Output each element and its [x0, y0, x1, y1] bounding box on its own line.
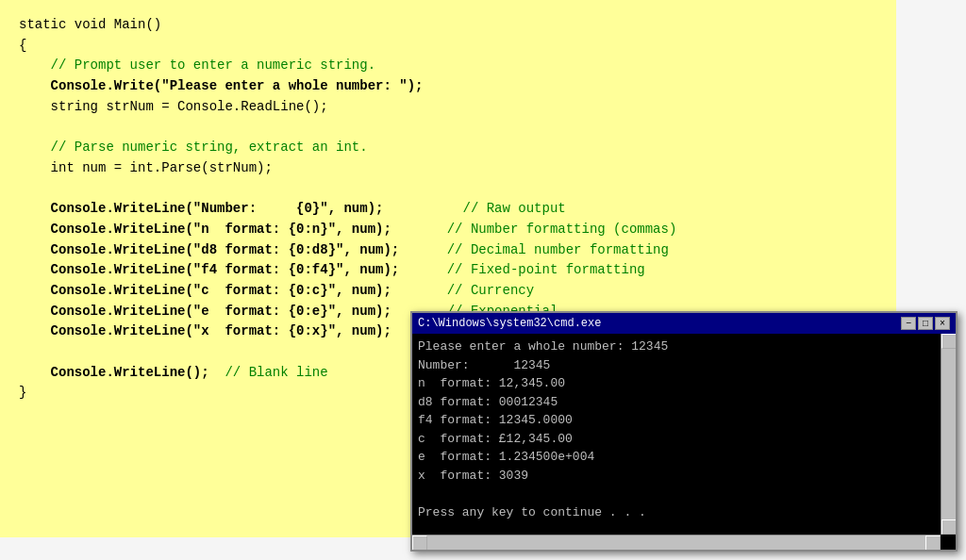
cmd-body: Please enter a whole number: 12345 Numbe…: [412, 334, 956, 550]
cmd-title-text: C:\Windows\system32\cmd.exe: [418, 317, 601, 330]
cmd-output-line: Number: 12345: [418, 356, 931, 375]
cmd-output-line: n format: 12,345.00: [418, 374, 931, 393]
close-button[interactable]: ×: [935, 317, 950, 330]
code-line: {: [19, 36, 877, 57]
cmd-scrollbar-right[interactable]: ▲ ▼: [941, 334, 956, 535]
scroll-left-arrow[interactable]: ◀: [412, 535, 427, 550]
cmd-titlebar: C:\Windows\system32\cmd.exe − □ ×: [412, 313, 956, 334]
cmd-output-line: d8 format: 00012345: [418, 393, 931, 412]
scroll-up-arrow[interactable]: ▲: [941, 334, 956, 349]
cmd-scrollbar-bottom[interactable]: ◀ ▶: [412, 535, 941, 550]
cmd-output-line: Press any key to continue . . .: [418, 503, 931, 522]
cmd-output: Please enter a whole number: 12345 Numbe…: [418, 338, 950, 521]
cmd-output-line: [418, 485, 931, 503]
code-line: [19, 117, 877, 138]
cmd-output-line: Please enter a whole number: 12345: [418, 338, 931, 356]
restore-button[interactable]: □: [918, 317, 933, 330]
code-line: // Prompt user to enter a numeric string…: [19, 56, 877, 76]
code-line: static void Main(): [19, 15, 877, 36]
cmd-output-line: e format: 1.234500e+004: [418, 448, 931, 467]
scroll-right-arrow[interactable]: ▶: [925, 535, 941, 550]
code-line: int num = int.Parse(strNum);: [19, 158, 877, 179]
code-line: Console.WriteLine("c format: {0:c}", num…: [19, 281, 877, 302]
code-line: string strNum = Console.ReadLine();: [19, 97, 877, 118]
cmd-output-line: f4 format: 12345.0000: [418, 411, 931, 430]
cmd-title-buttons: − □ ×: [901, 317, 950, 330]
cmd-output-line: x format: 3039: [418, 467, 931, 486]
code-line: [19, 179, 877, 200]
code-line: Console.WriteLine("f4 format: {0:f4}", n…: [19, 260, 877, 281]
code-line: Console.Write("Please enter a whole numb…: [19, 76, 877, 97]
cmd-output-line: c format: £12,345.00: [418, 430, 931, 449]
minimize-button[interactable]: −: [901, 317, 916, 330]
code-line: Console.WriteLine("Number: {0}", num); /…: [19, 199, 877, 220]
code-line: Console.WriteLine("d8 format: {0:d8}", n…: [19, 240, 877, 261]
code-line: Console.WriteLine("n format: {0:n}", num…: [19, 220, 877, 240]
cmd-window: C:\Windows\system32\cmd.exe − □ × Please…: [410, 311, 958, 552]
scroll-down-arrow[interactable]: ▼: [941, 519, 956, 535]
code-line: // Parse numeric string, extract an int.: [19, 138, 877, 158]
